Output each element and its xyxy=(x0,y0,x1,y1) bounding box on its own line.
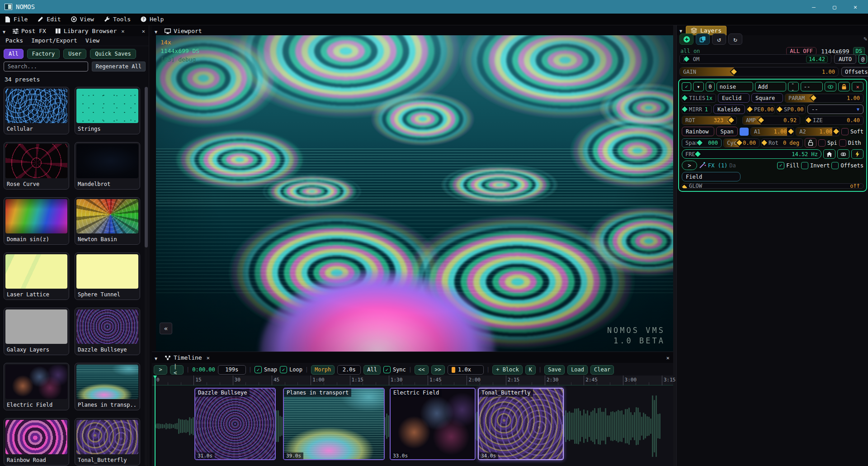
bolt-button[interactable] xyxy=(851,149,863,159)
all-button[interactable]: All xyxy=(363,365,381,375)
mirror-handle[interactable] xyxy=(682,106,688,112)
blend-mode-select[interactable]: Add xyxy=(755,82,786,91)
mod-slot-2[interactable]: -- xyxy=(801,82,823,91)
sync-toggle[interactable]: ✓Sync xyxy=(383,366,406,373)
glow-slider[interactable]: GLOW off xyxy=(682,183,863,189)
timeline-clip[interactable]: Electric Field33.0s xyxy=(390,388,476,460)
menu-item-file[interactable]: File xyxy=(5,16,28,23)
size-handle[interactable] xyxy=(806,117,811,123)
sp-handle[interactable] xyxy=(777,106,783,112)
playhead[interactable] xyxy=(155,376,156,466)
palette-mode-select[interactable]: Span xyxy=(716,127,737,136)
timeline-menu-caret[interactable]: ▼ xyxy=(152,356,159,363)
tab-post-fx[interactable]: Post FX xyxy=(9,27,50,36)
a2-slider[interactable]: A2 1.00 xyxy=(796,127,840,136)
speed-field[interactable]: 1.0x xyxy=(448,365,484,375)
menu-item-edit[interactable]: Edit xyxy=(38,16,61,23)
auto-zoom-button[interactable]: AUTO xyxy=(834,54,856,64)
search-input[interactable]: Search... xyxy=(4,62,88,71)
preset-card[interactable]: Laser Lattice xyxy=(4,252,69,300)
at-button[interactable]: @ xyxy=(859,54,867,64)
tiles-handle[interactable] xyxy=(682,95,688,101)
filter-chip-all[interactable]: All xyxy=(4,49,24,59)
color-swatch[interactable] xyxy=(740,128,749,136)
library-menu-view[interactable]: View xyxy=(85,37,99,44)
preset-card[interactable]: Electric Field xyxy=(4,363,69,410)
filter-chip-quick-saves[interactable]: Quick Saves xyxy=(90,49,136,59)
tab-library-browser[interactable]: Library Browser ✕ xyxy=(52,27,128,36)
soft-checkbox[interactable] xyxy=(841,128,849,135)
add-block-button[interactable]: + Block xyxy=(492,365,523,375)
layer-index-button[interactable]: 0 xyxy=(706,82,715,91)
preset-card[interactable]: Planes in transp.. xyxy=(75,363,140,410)
mod-slot-1[interactable]: -- xyxy=(788,82,799,91)
load-button[interactable]: Load xyxy=(567,365,588,375)
library-menu-packs[interactable]: Packs xyxy=(5,37,23,44)
library-scrollbar[interactable] xyxy=(145,87,148,466)
timeline-close-icon[interactable]: ✕ xyxy=(663,355,673,363)
collapse-panel-button[interactable]: « xyxy=(160,323,172,334)
timeline-track[interactable]: Dazzle Bullseye31.0sPlanes in transport3… xyxy=(152,386,673,466)
preset-card[interactable]: Mandelbrot xyxy=(75,142,140,190)
sp-slider[interactable]: SP 0.00 xyxy=(777,105,806,114)
home-button[interactable] xyxy=(823,149,835,159)
loop-toggle[interactable]: ✓Loop xyxy=(280,366,302,373)
param-slider[interactable]: PARAM 1.00 xyxy=(785,94,863,103)
menu-item-help[interactable]: ?Help xyxy=(141,16,164,23)
morph-time-field[interactable]: 2.0s xyxy=(337,365,361,375)
shape-select-1[interactable]: Euclid xyxy=(718,93,750,103)
timeline-clip[interactable]: Dazzle Bullseye31.0s xyxy=(194,388,276,460)
shape-select-2[interactable]: Square xyxy=(751,93,783,103)
length-field[interactable]: 199s xyxy=(218,365,246,375)
rotate2-slider[interactable]: Rot 0 deg xyxy=(761,138,803,147)
fx-count-label[interactable]: FX (1) xyxy=(708,162,727,169)
redo-button[interactable]: ↻ xyxy=(728,33,742,45)
viewport[interactable]: 14x 1144x699 DS [F3] debug NOMOS VMS 1.0… xyxy=(156,35,673,352)
layer-name-input[interactable]: noise xyxy=(717,82,753,91)
edit-pencil-icon[interactable]: ✎ xyxy=(863,35,867,42)
palette-select[interactable]: Rainbow xyxy=(682,127,714,136)
save-button[interactable]: Save xyxy=(544,365,565,375)
duplicate-layer-button[interactable] xyxy=(696,33,710,45)
timeline-clip[interactable]: Planes in transport39.0s xyxy=(283,388,385,460)
pe-handle[interactable] xyxy=(747,106,753,112)
panel-divider[interactable] xyxy=(673,25,676,466)
prev-block-button[interactable]: << xyxy=(415,365,428,375)
gain-slider[interactable]: GAIN 1.00 xyxy=(679,67,839,76)
timeline-tab-close-icon[interactable]: ✕ xyxy=(207,355,210,361)
mod-slot-3-select[interactable]: -- ▼ xyxy=(807,105,863,114)
offsets-checkbox[interactable] xyxy=(831,162,839,169)
pe-slider[interactable]: PE 0.00 xyxy=(747,105,775,114)
wand-icon[interactable] xyxy=(699,162,706,169)
unlock-button[interactable] xyxy=(805,138,816,147)
scrollbar-thumb[interactable] xyxy=(145,87,148,247)
tab-viewport[interactable]: Viewport xyxy=(161,27,206,36)
link-button[interactable] xyxy=(837,149,849,159)
rotation-slider[interactable]: ROT 323 de xyxy=(682,116,737,125)
clear-button[interactable]: Clear xyxy=(590,365,614,375)
lock-button[interactable] xyxy=(838,82,850,91)
preset-card[interactable]: Tonal_Butterfly xyxy=(75,418,140,466)
kaleido-select[interactable]: Kaleido xyxy=(713,105,745,114)
preset-card[interactable]: Cellular xyxy=(4,87,69,134)
preset-card[interactable]: Domain sin(z) xyxy=(4,197,69,245)
solo-eye-button[interactable] xyxy=(825,82,836,91)
close-button[interactable]: ✕ xyxy=(851,4,860,10)
menu-item-tools[interactable]: Tools xyxy=(104,16,131,23)
timeline-clip[interactable]: Tonal_Butterfly34.0s xyxy=(478,388,564,460)
frequency-handle[interactable] xyxy=(695,151,701,157)
preset-card[interactable]: Galaxy Layers xyxy=(4,308,69,355)
preset-card[interactable]: Rainbow Road xyxy=(4,418,69,466)
layer-collapse-button[interactable]: ▾ xyxy=(693,82,704,91)
field-input[interactable]: Field xyxy=(682,172,741,181)
maximize-button[interactable]: ▢ xyxy=(830,4,839,10)
amp-slider[interactable]: AMP 0.92 xyxy=(742,116,800,125)
minimize-button[interactable]: — xyxy=(809,4,818,10)
preset-card[interactable]: Newton Basin xyxy=(75,197,140,245)
frequency-slider[interactable]: FRE 14.52 Hz xyxy=(682,149,821,159)
dither-checkbox[interactable] xyxy=(839,139,846,147)
tiles-slider[interactable]: TILES 1x xyxy=(682,94,716,103)
preset-card[interactable]: Sphere Tunnel xyxy=(75,252,140,300)
spi-checkbox[interactable] xyxy=(818,139,826,147)
play-button[interactable]: > xyxy=(154,365,167,375)
